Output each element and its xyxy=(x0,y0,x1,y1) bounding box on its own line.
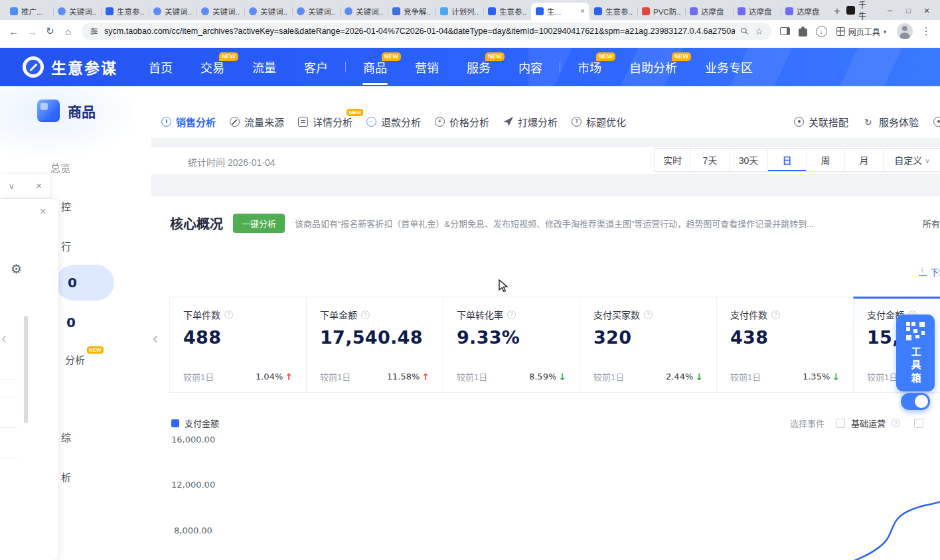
nav-item-home[interactable]: 首页 xyxy=(135,48,187,86)
side-panel-icon[interactable] xyxy=(777,27,793,35)
overview-right-fragment[interactable]: 所有 xyxy=(923,217,940,230)
site-info-icon[interactable] xyxy=(90,27,99,36)
sidebar-item-analysis[interactable]: 分析NEW xyxy=(65,352,85,366)
date-tab-realtime[interactable]: 实时 xyxy=(655,149,690,171)
info-icon[interactable] xyxy=(507,311,516,319)
browser-tab[interactable]: 达摩盘 xyxy=(781,3,828,20)
browser-tab[interactable]: 计划列... xyxy=(435,3,483,20)
panel-scrollbar[interactable] xyxy=(24,316,28,423)
browser-tab[interactable]: 达摩盘 xyxy=(685,3,733,20)
legend-swatch xyxy=(171,419,179,427)
nav-item-market[interactable]: 市场NEW xyxy=(564,48,615,86)
metric-card-order-conversion[interactable]: 下单转化率 9.33% 较前1日8.59% xyxy=(443,297,580,393)
nav-item-content[interactable]: 内容 xyxy=(505,48,556,86)
event-checkbox[interactable] xyxy=(836,419,845,428)
toolbox-widget[interactable]: 工具箱 xyxy=(896,315,935,391)
date-tab-month[interactable]: 月 xyxy=(844,149,883,171)
browser-tab[interactable]: 关键词... xyxy=(340,3,388,20)
browser-tab[interactable]: 生意参... xyxy=(589,3,637,20)
browser-tab[interactable]: 生意参... xyxy=(101,3,149,20)
browser-tab[interactable]: 关键词... xyxy=(149,3,196,20)
link-related-match[interactable]: 关联搭配 xyxy=(794,106,848,137)
date-tab-30d[interactable]: 30天 xyxy=(729,149,767,171)
nav-item-service[interactable]: 服务NEW xyxy=(453,48,505,86)
tab-title-optimize[interactable]: 标题优化 xyxy=(572,115,626,129)
tab-hit-analysis[interactable]: 打爆分析 xyxy=(503,115,558,129)
browser-tab[interactable]: 关键词... xyxy=(244,3,292,20)
metric-card-order-items[interactable]: 下单件数 488 较前1日1.04% xyxy=(169,297,307,393)
back-icon[interactable] xyxy=(5,26,22,37)
download-icon[interactable] xyxy=(813,26,829,37)
tab-close-icon[interactable]: × xyxy=(580,7,585,16)
collapse-chevron-icon[interactable] xyxy=(9,180,15,192)
nav-item-trade[interactable]: 交易NEW xyxy=(187,48,238,86)
browser-tab[interactable]: 生意参... xyxy=(483,3,531,20)
nav-item-customer[interactable]: 客户 xyxy=(290,48,342,86)
qianniu-app-button[interactable]: 千牛 xyxy=(840,0,881,21)
metric-card-pay-items[interactable]: 支付件数 438 较前1日1.35% xyxy=(716,297,854,393)
gear-icon[interactable] xyxy=(11,261,22,277)
tab-price-analysis[interactable]: 价格分析 xyxy=(435,115,489,129)
date-tab-7d[interactable]: 7天 xyxy=(690,149,729,171)
browser-address-bar: sycm.taobao.com/cc/item_archives?activeK… xyxy=(0,20,940,42)
info-icon[interactable] xyxy=(892,419,900,427)
chevron-left-icon[interactable] xyxy=(1,329,7,348)
nav-item-marketing[interactable]: 营销 xyxy=(401,48,453,86)
sidebar-item-fragment[interactable]: 行 xyxy=(61,239,71,253)
nav-item-traffic[interactable]: 流量 xyxy=(238,48,290,86)
tab-refund-analysis[interactable]: 退款分析 xyxy=(366,115,421,129)
event-checkbox[interactable] xyxy=(914,419,923,428)
nav-item-self-analysis[interactable]: 自助分析NEW xyxy=(615,48,691,86)
window-close-button[interactable] xyxy=(917,5,936,16)
one-click-analyze-button[interactable]: 一键分析 xyxy=(233,214,285,233)
date-tab-day[interactable]: 日 xyxy=(767,149,806,171)
toolbox-toggle[interactable] xyxy=(901,393,930,410)
browser-tab[interactable]: PVC防... xyxy=(637,3,685,20)
window-maximize-button[interactable] xyxy=(899,5,917,15)
sycm-brand[interactable]: 生意参谋 xyxy=(23,56,118,78)
zoom-icon[interactable] xyxy=(740,27,749,36)
sidebar-item-fragment[interactable]: 综 xyxy=(61,430,71,444)
nav-item-product[interactable]: 商品NEW xyxy=(349,48,401,86)
sidebar-item-fragment[interactable]: 0 xyxy=(66,315,76,330)
sidebar-item-fragment[interactable]: 控 xyxy=(61,199,71,213)
browser-menu-icon[interactable] xyxy=(918,25,935,37)
url-bar[interactable]: sycm.taobao.com/cc/item_archives?activeK… xyxy=(82,23,771,40)
browser-tab[interactable]: 关键词... xyxy=(53,3,101,20)
sidebar-item-fragment[interactable]: 析 xyxy=(61,470,71,484)
profile-avatar[interactable] xyxy=(897,23,912,39)
info-icon[interactable] xyxy=(361,311,370,319)
close-icon[interactable] xyxy=(40,206,46,218)
download-link[interactable]: 下载 xyxy=(919,265,940,278)
metric-card-pay-buyers[interactable]: 支付买家数 320 较前1日2.44% xyxy=(580,297,717,393)
date-tab-custom[interactable]: 自定义 xyxy=(883,149,940,171)
sidebar-item-overview[interactable]: 总览 xyxy=(50,161,70,175)
browser-tab[interactable]: 竞争解... xyxy=(388,3,435,20)
metric-card-order-amount[interactable]: 下单金额 17,540.48 较前1日11.58% xyxy=(306,297,443,393)
browser-tab[interactable]: 推广... xyxy=(5,3,53,20)
browser-tab-active[interactable]: 生...× xyxy=(531,3,589,20)
browser-tab[interactable]: 达摩盘 xyxy=(733,3,781,20)
sidebar-item-selected[interactable]: 0 xyxy=(56,265,114,301)
bookmark-star-icon[interactable] xyxy=(755,25,763,37)
home-icon[interactable] xyxy=(60,26,76,37)
browser-tab[interactable]: 关键词... xyxy=(196,3,244,20)
tab-sales-analysis[interactable]: 销售分析 xyxy=(161,115,216,129)
tab-detail-analysis[interactable]: 详情分析NEW xyxy=(298,115,352,129)
extensions-icon[interactable] xyxy=(795,27,811,36)
refresh-icon[interactable] xyxy=(42,25,58,37)
link-service-experience[interactable]: 服务体验 xyxy=(864,106,919,137)
link-partial-icon[interactable] xyxy=(933,106,940,137)
browser-tab[interactable]: 关键词... xyxy=(292,3,340,20)
info-icon[interactable] xyxy=(224,311,233,319)
info-icon[interactable] xyxy=(771,311,780,319)
info-icon[interactable] xyxy=(644,311,653,319)
date-tab-week[interactable]: 周 xyxy=(806,149,844,171)
nav-item-business-zone[interactable]: 业务专区 xyxy=(691,48,767,86)
forward-icon[interactable] xyxy=(23,26,40,37)
window-minimize-button[interactable] xyxy=(881,5,900,15)
close-icon[interactable] xyxy=(36,180,42,192)
web-tools-button[interactable]: 网页工具 xyxy=(831,26,892,37)
cards-prev-arrow[interactable] xyxy=(153,329,158,348)
tab-traffic-source[interactable]: 流量来源 xyxy=(230,115,284,129)
